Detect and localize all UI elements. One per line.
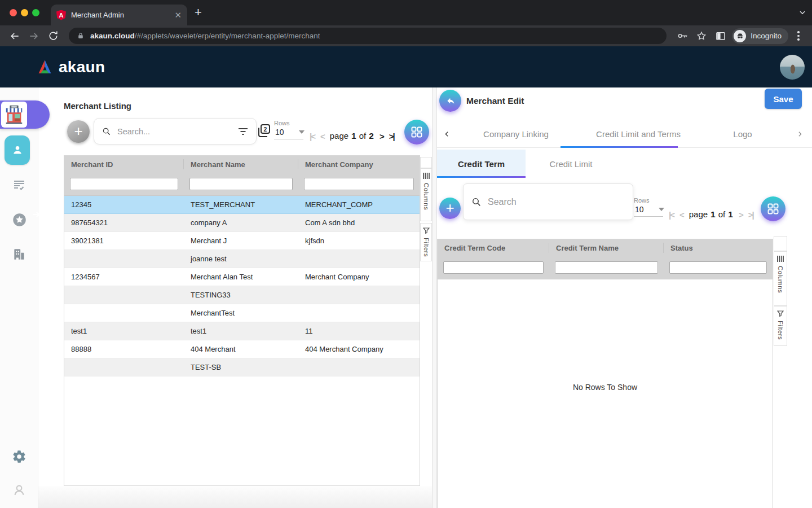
prev-page-icon[interactable]: <: [320, 132, 324, 141]
table-row[interactable]: 987654321company ACom A sdn bhd: [64, 214, 420, 232]
column-header[interactable]: Credit Term Code: [438, 243, 549, 253]
table-row[interactable]: 88888404 Merchant404 Merchant Company: [64, 340, 420, 358]
filter-credit-term-code-input[interactable]: [443, 261, 544, 274]
columns-side-tab[interactable]: Columns: [420, 168, 432, 221]
filter-merchant-company-input[interactable]: [304, 178, 414, 190]
akaun-logo[interactable]: akaun: [36, 58, 105, 76]
filter-list-icon[interactable]: [238, 128, 248, 135]
merchant-search-input[interactable]: [116, 126, 233, 137]
filter-credit-term-name-input[interactable]: [555, 261, 658, 274]
user-avatar[interactable]: [780, 55, 805, 80]
credit-term-search-box[interactable]: [463, 183, 633, 220]
window-close-button[interactable]: [10, 9, 17, 16]
prev-page-icon[interactable]: <: [679, 210, 683, 220]
column-header[interactable]: Merchant Company: [298, 159, 420, 169]
table-row[interactable]: TEST-SB: [64, 358, 420, 376]
rows-value: 10: [635, 205, 644, 214]
app-header: akaun: [0, 46, 812, 87]
side-panel-icon[interactable]: [713, 28, 729, 44]
columns-side-tab[interactable]: Columns: [774, 251, 787, 306]
rows-per-page[interactable]: Rows 10: [634, 197, 663, 217]
filter-status-input[interactable]: [669, 261, 767, 274]
rail-item-listing[interactable]: [10, 177, 29, 194]
merchant-search-box[interactable]: [94, 118, 257, 144]
table-row[interactable]: 12345TEST_MERCHANTMERCHANT_COMP: [64, 196, 420, 214]
panel-divider[interactable]: [432, 87, 437, 508]
column-header[interactable]: Merchant Name: [184, 159, 298, 169]
save-button[interactable]: Save: [765, 89, 802, 109]
first-page-icon[interactable]: |<: [310, 132, 315, 141]
reload-icon[interactable]: [45, 28, 61, 44]
table-row[interactable]: 39021381Merchant Jkjfsdn: [64, 232, 420, 250]
browser-toolbar: akaun.cloud/#/applets/wavelet/erp/entity…: [0, 25, 812, 46]
last-page-icon[interactable]: >|: [389, 132, 394, 141]
filters-side-tab[interactable]: Filters: [774, 306, 787, 346]
tab-search-chevron-icon[interactable]: [798, 8, 806, 18]
address-bar[interactable]: akaun.cloud/#/applets/wavelet/erp/entity…: [69, 28, 667, 44]
tab-close-icon[interactable]: ✕: [174, 11, 182, 19]
merchant-pagination: |< < page1of2 > >|: [310, 131, 394, 141]
next-page-icon[interactable]: >: [379, 132, 383, 141]
lock-icon: [77, 32, 85, 40]
back-icon[interactable]: [7, 28, 23, 44]
next-page-icon[interactable]: >: [739, 210, 743, 220]
column-header[interactable]: Credit Term Name: [549, 243, 664, 253]
rail-item-merchant-active[interactable]: [5, 135, 30, 165]
table-cell: TESTING33: [184, 291, 298, 299]
table-row[interactable]: joanne test: [64, 250, 420, 268]
new-tab-button[interactable]: +: [195, 6, 202, 19]
rows-label: Rows: [634, 197, 663, 204]
person-outline-icon: [12, 483, 27, 497]
table-row[interactable]: TESTING33: [64, 286, 420, 304]
back-to-listing-button[interactable]: [439, 90, 461, 112]
filter-merchant-name-input[interactable]: [189, 178, 293, 190]
rail-item-favorites[interactable]: [10, 211, 29, 228]
table-row[interactable]: MerchantTest: [64, 304, 420, 322]
grid-view-button[interactable]: [761, 196, 785, 221]
pages-count-icon[interactable]: 2: [257, 123, 272, 141]
rail-settings[interactable]: [10, 448, 29, 465]
empty-table-message: No Rows To Show: [437, 383, 773, 392]
table-cell: 404 Merchant: [184, 345, 298, 353]
column-header[interactable]: Status: [664, 243, 773, 253]
table-cell: 88888: [64, 345, 184, 353]
browser-tab[interactable]: A Merchant Admin ✕: [51, 5, 187, 25]
bookmark-star-icon[interactable]: [694, 28, 709, 44]
table-row[interactable]: test1test111: [64, 322, 420, 340]
active-subtab-underline: [437, 176, 526, 178]
subtab-credit-term[interactable]: Credit Term: [437, 150, 526, 178]
first-page-icon[interactable]: |<: [669, 210, 674, 220]
merchant-table: Merchant ID Merchant Name Merchant Compa…: [64, 155, 420, 486]
tab-credit-limit-and-terms[interactable]: Credit Limit and Terms: [576, 129, 701, 139]
column-header[interactable]: Merchant ID: [64, 159, 184, 169]
columns-tab-label: Columns: [423, 183, 430, 210]
side-strip-spacer: [420, 157, 432, 168]
incognito-badge[interactable]: Incognito: [732, 28, 788, 44]
grid-view-button[interactable]: [404, 120, 429, 144]
filter-merchant-id-input[interactable]: [70, 178, 178, 190]
forward-icon[interactable]: [26, 28, 42, 44]
table-row[interactable]: 1234567Merchant Alan TestMerchant Compan…: [64, 268, 420, 286]
last-page-icon[interactable]: >|: [748, 210, 753, 220]
tabs-scroll-right-icon[interactable]: [787, 130, 812, 138]
list-check-icon: [12, 178, 27, 192]
rows-per-page[interactable]: Rows 10: [274, 120, 303, 139]
table-cell: Merchant Alan Test: [184, 273, 298, 281]
add-merchant-button[interactable]: +: [67, 120, 90, 143]
filters-side-tab[interactable]: Filters: [420, 223, 432, 261]
browser-menu-icon[interactable]: [792, 28, 805, 44]
window-zoom-button[interactable]: [32, 9, 39, 16]
subtab-credit-limit[interactable]: Credit Limit: [526, 150, 616, 178]
tab-logo[interactable]: Logo: [701, 129, 784, 139]
tab-company-linking[interactable]: Company Linking: [456, 129, 576, 139]
rail-item-company[interactable]: [10, 246, 29, 262]
tabs-scroll-left-icon[interactable]: [437, 130, 456, 138]
side-strip-spacer: [774, 236, 787, 251]
tab-title: Merchant Admin: [71, 11, 169, 19]
credit-term-search-input[interactable]: [487, 196, 625, 208]
add-credit-term-button[interactable]: +: [439, 198, 461, 219]
rail-profile[interactable]: [10, 481, 29, 498]
window-minimize-button[interactable]: [21, 9, 28, 16]
password-key-icon[interactable]: [674, 28, 690, 44]
back-arrow-icon: [445, 96, 456, 106]
